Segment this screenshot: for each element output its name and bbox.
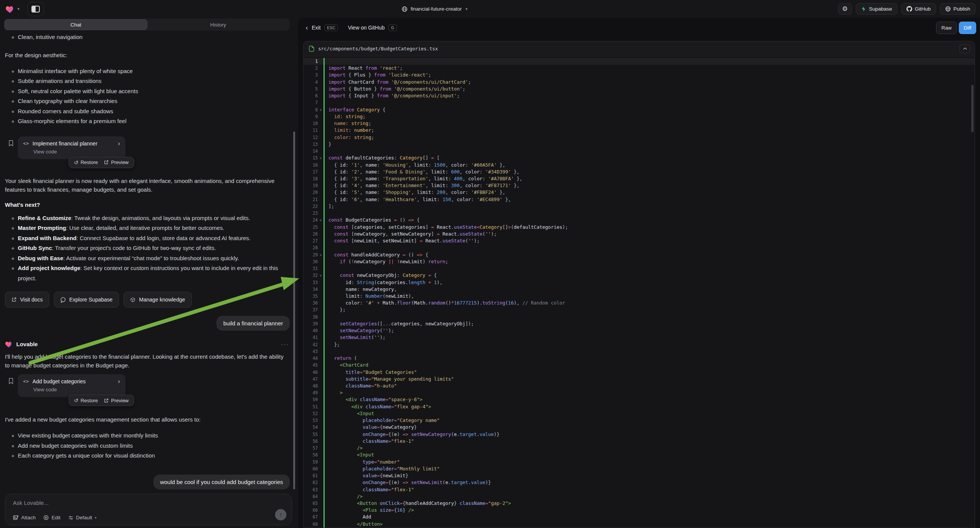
- line-number: 64: [304, 493, 318, 500]
- fold-chevron-slot: [318, 237, 323, 244]
- line-number: 37: [304, 307, 318, 313]
- settings-button[interactable]: ⚙: [838, 3, 852, 15]
- code-line: 6import { Input } from '@/components/ui/…: [304, 92, 975, 99]
- image-attach-icon: [13, 515, 19, 520]
- tab-history[interactable]: History: [147, 19, 290, 30]
- code-text: [323, 210, 975, 217]
- bullet-dot: [12, 37, 14, 39]
- user-message-row: build a financial planner: [5, 316, 290, 331]
- project-switcher[interactable]: financial-future-creator ▾: [401, 0, 468, 18]
- fold-chevron-icon[interactable]: ∨: [318, 272, 323, 279]
- line-number: 68: [304, 521, 318, 528]
- publish-button[interactable]: Publish: [940, 3, 975, 15]
- chat-messages-scroll[interactable]: Clean, intuitive navigation For the desi…: [0, 31, 298, 506]
- bookmark-icon[interactable]: [7, 377, 15, 385]
- line-number: 17: [304, 169, 318, 175]
- raw-toggle-button[interactable]: Raw: [936, 22, 957, 34]
- version-card-add-budget-categories[interactable]: <> Add budget categories › View code ↺ R…: [18, 374, 126, 397]
- file-path-bar[interactable]: src/components/budget/BudgetCategories.t…: [304, 41, 975, 56]
- code-text: const [categories, setCategories] = Reac…: [323, 224, 975, 231]
- line-number: 55: [304, 431, 318, 438]
- logo-chevron-down-icon[interactable]: ▾: [18, 6, 20, 11]
- supabase-button[interactable]: Supabase: [856, 3, 897, 15]
- code-text: const [newLimit, setNewLimit] = React.us…: [323, 237, 975, 244]
- code-text: [323, 265, 975, 272]
- line-number: 22: [304, 203, 318, 210]
- code-line: 35 limit: Number(newLimit),: [304, 293, 975, 300]
- file-code-icon: [309, 45, 314, 52]
- external-link-icon: [104, 160, 109, 165]
- exit-button[interactable]: Exit: [312, 25, 320, 31]
- preview-button[interactable]: Preview: [104, 159, 129, 165]
- panel-icon: [32, 6, 40, 13]
- bookmark-icon[interactable]: [7, 139, 15, 147]
- preview-button[interactable]: Preview: [104, 398, 129, 403]
- code-line: 34 name: newCategory,: [304, 286, 975, 293]
- send-button[interactable]: ↑: [275, 509, 286, 520]
- code-line: 54 value={newCategory}: [304, 424, 975, 431]
- line-number: 25: [304, 224, 318, 231]
- code-line: 32∨ const newCategoryObj: Category = {: [304, 272, 975, 279]
- back-chevron-icon[interactable]: ‹: [306, 24, 308, 32]
- code-line: 53 placeholder="Category name": [304, 417, 975, 424]
- code-line: 27 const [newLimit, setNewLimit] = React…: [304, 237, 975, 244]
- composer-input[interactable]: [13, 499, 240, 509]
- chat-scrollbar-thumb[interactable]: [293, 132, 295, 489]
- line-number: 1: [304, 58, 318, 65]
- visit-docs-button[interactable]: Visit docs: [5, 292, 49, 308]
- package-box-icon: [130, 297, 135, 303]
- restore-button[interactable]: ↺ Restore: [74, 159, 98, 165]
- code-line: 66 <Plus size={16} />: [304, 507, 975, 514]
- external-link-icon: [11, 297, 17, 302]
- line-number: 12: [304, 134, 318, 141]
- code-line: 64 />: [304, 493, 975, 500]
- fold-chevron-slot: [318, 86, 323, 92]
- model-default-selector[interactable]: Default ▾: [68, 515, 97, 520]
- code-scrollbar-thumb[interactable]: [971, 85, 974, 132]
- explore-supabase-button[interactable]: Explore Supabase: [54, 292, 119, 308]
- code-viewport[interactable]: 12import React from 'react';3import { Pl…: [304, 58, 975, 528]
- fold-chevron-slot: [318, 383, 323, 390]
- project-globe-icon: [401, 6, 407, 12]
- fold-chevron-icon[interactable]: ∨: [318, 217, 323, 223]
- fold-chevron-icon[interactable]: ∨: [318, 251, 323, 258]
- fold-chevron-slot: [318, 300, 323, 307]
- line-number: 8: [304, 107, 318, 113]
- bullet-dot: [12, 227, 14, 229]
- code-line: 26 const [newCategory, setNewCategory] =…: [304, 231, 975, 237]
- fold-chevron-slot: [318, 334, 323, 341]
- code-text: [323, 99, 975, 106]
- version-card-title: Add budget categories: [33, 379, 115, 385]
- lovable-logo-icon[interactable]: [5, 5, 14, 13]
- code-line: 49 >: [304, 390, 975, 396]
- version-card-implement-financial-planner[interactable]: <> Implement financial planner › View co…: [18, 136, 126, 159]
- code-line: 19 { id: '4', name: 'Entertainment', lim…: [304, 182, 975, 189]
- view-on-github-button[interactable]: View on GitHub: [348, 25, 385, 31]
- sidebar-toggle-button[interactable]: [27, 2, 44, 16]
- attach-button[interactable]: Attach: [13, 515, 36, 520]
- fold-chevron-icon[interactable]: ∨: [318, 107, 323, 113]
- bullet-dot: [12, 80, 14, 83]
- version-card-1-row: <> Implement financial planner › View co…: [5, 136, 290, 159]
- tab-chat[interactable]: Chat: [5, 19, 147, 30]
- collapse-file-button[interactable]: [959, 44, 970, 53]
- message-menu-button[interactable]: ···: [281, 341, 289, 347]
- fold-chevron-slot: [318, 113, 323, 120]
- list-item: Refine & Customize: Tweak the design, an…: [5, 213, 290, 223]
- view-code-link[interactable]: View code: [33, 387, 120, 393]
- fold-chevron-slot: [318, 362, 323, 369]
- diff-toggle-button[interactable]: Diff: [959, 22, 976, 34]
- list-item: Glass-morphic elements for a premium fee…: [5, 116, 290, 127]
- fold-chevron-slot: [318, 258, 323, 265]
- code-line: 50 <div className="space-y-6">: [304, 396, 975, 403]
- fold-chevron-slot: [318, 169, 323, 175]
- restore-button[interactable]: ↺ Restore: [74, 398, 98, 403]
- manage-knowledge-button[interactable]: Manage knowledge: [124, 292, 191, 308]
- github-button[interactable]: GitHub: [901, 3, 936, 15]
- edit-mode-button[interactable]: Edit: [43, 515, 60, 520]
- view-code-link[interactable]: View code: [33, 149, 120, 154]
- bullet-dot: [12, 445, 14, 447]
- code-line: 9 id: string;: [304, 113, 975, 120]
- code-text: [323, 348, 975, 355]
- fold-chevron-icon[interactable]: ∨: [318, 154, 323, 161]
